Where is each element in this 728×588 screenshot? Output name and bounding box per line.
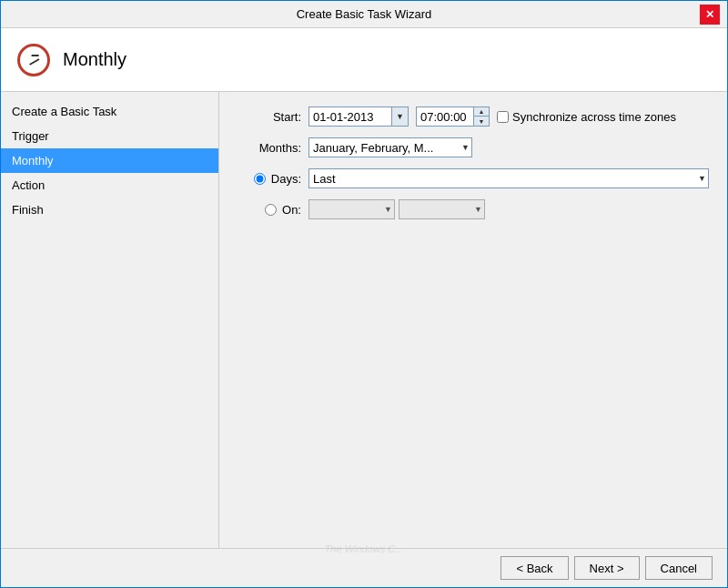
spin-wrapper: ▲ ▼	[473, 107, 489, 126]
sync-label: Synchronize across time zones	[512, 110, 676, 124]
on-row: On: ▼ ▼	[238, 199, 709, 219]
sidebar-item-monthly[interactable]: Monthly	[1, 148, 218, 173]
months-select-wrapper: January, February, M... January February…	[308, 137, 472, 157]
clock-icon	[17, 44, 50, 76]
sidebar-item-create-basic-task[interactable]: Create a Basic Task	[1, 99, 218, 124]
close-button[interactable]: ✕	[700, 5, 720, 25]
on-inputs: ▼ ▼	[308, 199, 485, 219]
sidebar: Create a Basic Task Trigger Monthly Acti…	[1, 92, 219, 548]
sync-checkbox-group: Synchronize across time zones	[497, 110, 676, 124]
days-select[interactable]: Last 1 2 3	[309, 169, 705, 188]
start-date-input[interactable]	[309, 107, 391, 126]
on-select-2[interactable]	[399, 200, 481, 218]
days-radio-label: Days:	[271, 172, 301, 186]
start-row: Start: ▼ ▲ ▼ Synchronize across time zon…	[238, 106, 709, 127]
sidebar-item-finish[interactable]: Finish	[1, 198, 218, 222]
header-area: Monthly	[1, 28, 727, 92]
days-radio-group: Days:	[238, 172, 301, 186]
days-row: Days: Last 1 2 3 ▼	[238, 168, 709, 188]
time-spin-down[interactable]: ▼	[474, 117, 489, 126]
months-row: Months: January, February, M... January …	[238, 137, 709, 157]
content-area: Create a Basic Task Trigger Monthly Acti…	[1, 92, 727, 548]
sidebar-item-action[interactable]: Action	[1, 173, 218, 198]
on-radio[interactable]	[265, 204, 277, 216]
sync-checkbox[interactable]	[497, 111, 509, 123]
months-label: Months:	[238, 141, 301, 155]
date-dropdown-button[interactable]: ▼	[391, 107, 408, 126]
on-select-2-wrapper: ▼	[399, 199, 485, 219]
footer-area: The Windows C... < Back Next > Cancel	[1, 548, 727, 587]
cancel-button[interactable]: Cancel	[645, 556, 713, 580]
next-button[interactable]: Next >	[574, 556, 640, 580]
on-radio-group: On:	[238, 203, 301, 217]
back-button[interactable]: < Back	[500, 556, 568, 580]
days-select-wrapper: Last 1 2 3 ▼	[308, 168, 709, 188]
header-title: Monthly	[63, 49, 126, 70]
on-select-1-wrapper: ▼	[308, 199, 395, 219]
time-spin-up[interactable]: ▲	[474, 107, 489, 117]
start-date-wrapper: ▼	[308, 106, 409, 127]
on-select-1[interactable]	[309, 200, 391, 218]
wizard-window: Create Basic Task Wizard ✕ Monthly Creat…	[0, 0, 728, 588]
months-select[interactable]: January, February, M... January February…	[309, 138, 471, 157]
time-wrapper: ▲ ▼	[416, 106, 490, 127]
window-title: Create Basic Task Wizard	[28, 7, 700, 21]
sidebar-item-trigger[interactable]: Trigger	[1, 124, 218, 148]
title-bar: Create Basic Task Wizard ✕	[1, 1, 727, 28]
main-panel: Start: ▼ ▲ ▼ Synchronize across time zon…	[219, 92, 727, 548]
time-input[interactable]	[417, 107, 473, 126]
days-radio[interactable]	[254, 173, 266, 185]
start-label: Start:	[238, 110, 301, 124]
header-icon-container	[15, 42, 52, 78]
on-radio-label: On:	[282, 203, 301, 217]
